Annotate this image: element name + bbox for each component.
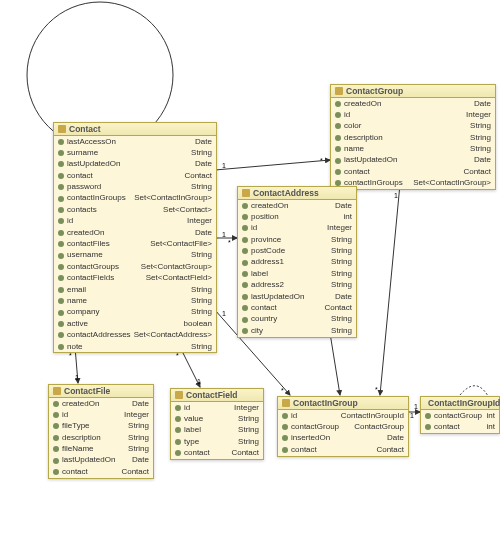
attribute-icon <box>335 146 341 152</box>
attribute-row: provinceString <box>238 234 356 245</box>
attribute-type: Contact <box>463 167 491 177</box>
attribute-icon <box>175 427 181 433</box>
svg-text:1: 1 <box>410 412 414 419</box>
attribute-name: id <box>67 216 73 226</box>
attribute-name: contactInGroups <box>67 193 126 203</box>
entity-title: Contact <box>69 124 101 134</box>
attribute-name: contact <box>251 303 277 313</box>
attribute-type: int <box>344 212 352 222</box>
attribute-row: lastAccessOnDate <box>54 136 216 147</box>
attribute-icon <box>425 413 431 419</box>
attribute-name: createdOn <box>62 399 99 409</box>
attribute-icon <box>242 328 248 334</box>
attribute-name: contactAddresses <box>67 330 131 340</box>
attribute-icon <box>242 271 248 277</box>
entity-title: ContactAddress <box>253 188 319 198</box>
entity-contactAddress: ContactAddresscreatedOnDatepositionintid… <box>237 186 357 338</box>
attribute-row: lastUpdatedOnDate <box>238 291 356 302</box>
attribute-icon <box>58 218 64 224</box>
attribute-row: idContactInGroupId <box>278 410 408 421</box>
attribute-type: String <box>331 326 352 336</box>
attribute-row: createdOnDate <box>331 98 495 109</box>
entity-header: ContactInGroup <box>278 397 408 410</box>
attribute-row: idInteger <box>331 109 495 120</box>
attribute-row: contactsSet<Contact> <box>54 204 216 215</box>
attribute-type: String <box>191 342 212 352</box>
entity-contactInGroup: ContactInGroupidContactInGroupIdcontactG… <box>277 396 409 457</box>
attribute-row: valueString <box>171 413 263 424</box>
attribute-row: surnameString <box>54 147 216 158</box>
attribute-icon <box>242 248 248 254</box>
attribute-row: address2String <box>238 280 356 291</box>
attribute-row: insertedOnDate <box>278 433 408 444</box>
attribute-icon <box>282 435 288 441</box>
attribute-name: label <box>251 269 268 279</box>
attribute-type: ContactInGroupId <box>341 411 404 421</box>
attribute-name: insertedOn <box>291 433 330 443</box>
attribute-icon <box>58 161 64 167</box>
attribute-row: positionint <box>238 211 356 222</box>
attribute-icon <box>425 424 431 430</box>
attribute-type: String <box>331 269 352 279</box>
attribute-type: Date <box>195 137 212 147</box>
attribute-name: postCode <box>251 246 285 256</box>
attribute-icon <box>335 135 341 141</box>
attribute-icon <box>58 287 64 293</box>
attribute-row: typeString <box>171 436 263 447</box>
attribute-name: name <box>344 144 364 154</box>
attribute-row: idInteger <box>238 223 356 234</box>
attribute-name: id <box>291 411 297 421</box>
attribute-name: contactGroup <box>291 422 339 432</box>
entity-title: ContactInGroup <box>293 398 358 408</box>
attribute-name: contact <box>62 467 88 477</box>
attribute-row: idInteger <box>49 409 153 420</box>
attribute-name: id <box>184 403 190 413</box>
svg-text:1: 1 <box>222 231 226 238</box>
attribute-type: Date <box>335 292 352 302</box>
attribute-name: name <box>67 296 87 306</box>
svg-text:*: * <box>375 386 378 393</box>
attribute-type: Set<ContactInGroup> <box>134 193 212 203</box>
attribute-type: String <box>191 296 212 306</box>
svg-line-1 <box>215 160 330 170</box>
attribute-type: Contact <box>376 445 404 455</box>
attribute-name: position <box>251 212 279 222</box>
attribute-icon <box>335 158 341 164</box>
attribute-row: contactContact <box>278 444 408 455</box>
attribute-icon <box>242 203 248 209</box>
entity-icon <box>242 189 250 197</box>
attribute-icon <box>175 405 181 411</box>
attribute-icon <box>53 469 59 475</box>
attribute-type: Contact <box>121 467 149 477</box>
attribute-name: contact <box>67 171 93 181</box>
attribute-type: Date <box>335 201 352 211</box>
attribute-type: String <box>331 235 352 245</box>
attribute-type: Date <box>474 99 491 109</box>
attribute-icon <box>282 424 288 430</box>
attribute-type: Integer <box>124 410 149 420</box>
entity-contactInGroupId: ContactInGroupIdcontactGroupintcontactin… <box>420 396 500 434</box>
attribute-type: String <box>191 307 212 317</box>
attribute-row: labelString <box>238 268 356 279</box>
attribute-name: contactGroup <box>434 411 482 421</box>
attribute-icon <box>242 225 248 231</box>
svg-text:1: 1 <box>414 403 418 410</box>
attribute-row: fileNameString <box>49 444 153 455</box>
entity-contactFile: ContactFilecreatedOnDateidIntegerfileTyp… <box>48 384 154 479</box>
attribute-type: String <box>331 246 352 256</box>
attribute-icon <box>175 416 181 422</box>
attribute-row: noteString <box>54 341 216 352</box>
svg-text:1: 1 <box>394 192 398 199</box>
svg-text:1: 1 <box>197 378 201 385</box>
svg-text:1: 1 <box>222 162 226 169</box>
attribute-type: Integer <box>234 403 259 413</box>
attribute-icon <box>53 423 59 429</box>
attribute-type: Date <box>387 433 404 443</box>
attribute-type: ContactGroup <box>354 422 404 432</box>
attribute-type: String <box>470 144 491 154</box>
attribute-row: lastUpdatedOnDate <box>331 155 495 166</box>
attribute-name: province <box>251 235 281 245</box>
attribute-icon <box>53 435 59 441</box>
attribute-name: password <box>67 182 101 192</box>
attribute-row: descriptionString <box>331 132 495 143</box>
